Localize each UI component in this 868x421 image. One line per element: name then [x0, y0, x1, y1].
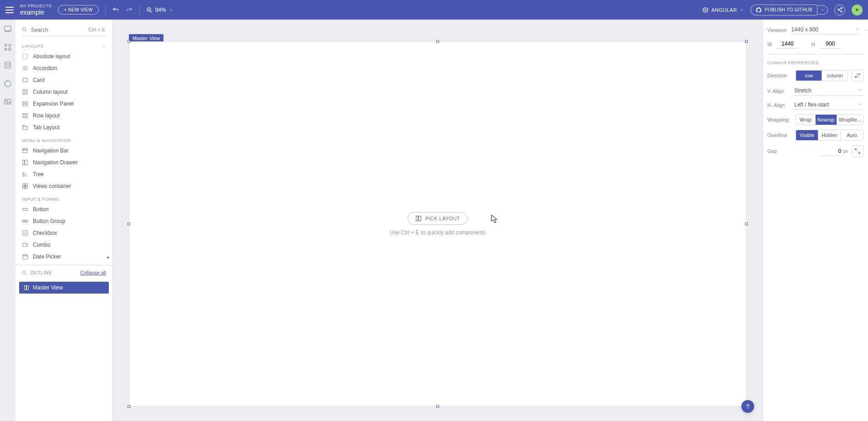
svg-rect-35 [23, 148, 28, 149]
viewport-label: Viewport [767, 27, 787, 33]
svg-rect-10 [5, 26, 11, 31]
svg-rect-50 [26, 220, 28, 223]
canvas-area[interactable]: Master View PICK LAYOUT Use Ctrl + E to … [113, 20, 762, 421]
publish-github-button[interactable]: PUBLISH TO GITHUB [751, 5, 817, 15]
overflow-auto-button[interactable]: Auto [841, 130, 863, 140]
svg-rect-28 [26, 90, 27, 95]
zoom-control[interactable]: 94% [146, 7, 174, 13]
valign-select[interactable] [793, 86, 863, 96]
resize-handle-bottom[interactable] [436, 405, 439, 408]
svg-rect-43 [23, 184, 25, 186]
artboard[interactable]: PICK LAYOUT Use Ctrl + E to quickly add … [129, 41, 746, 406]
components-list[interactable]: LAYOUTS Absolute layout Accordion Card C… [15, 39, 112, 262]
framework-label: ANGULAR [711, 7, 737, 13]
svg-point-20 [23, 28, 26, 31]
gap-input[interactable] [819, 147, 842, 156]
help-label: ? [746, 403, 750, 410]
play-icon [855, 7, 860, 12]
component-tree[interactable]: Tree [15, 168, 112, 180]
project-breadcrumb[interactable]: MY PROJECTS example [20, 4, 51, 15]
pick-layout-button[interactable]: PICK LAYOUT [408, 212, 468, 225]
wrapping-toggle: Wrap Nowrap WrapRe... [796, 114, 863, 125]
redo-icon[interactable] [126, 6, 133, 14]
wrap-button[interactable]: Wrap [796, 115, 815, 125]
component-absolute-layout[interactable]: Absolute layout [15, 51, 112, 62]
preview-play-button[interactable] [852, 5, 863, 15]
scroll-down-icon[interactable] [105, 255, 111, 260]
svg-rect-47 [23, 208, 28, 211]
component-navigation-bar[interactable]: Navigation Bar [15, 145, 112, 157]
component-card[interactable]: Card [15, 74, 112, 86]
halign-select[interactable] [793, 100, 863, 110]
undo-icon[interactable] [112, 6, 119, 14]
section-layouts-header[interactable]: LAYOUTS [15, 39, 112, 51]
svg-rect-22 [23, 54, 28, 59]
component-date-picker[interactable]: Date Picker [15, 251, 112, 262]
svg-rect-53 [23, 255, 28, 259]
more-options-icon[interactable]: ⋯ [864, 27, 868, 33]
resize-handle-tl[interactable] [128, 40, 130, 43]
share-icon [837, 7, 843, 13]
component-navigation-drawer[interactable]: Navigation Drawer [15, 157, 112, 168]
component-tab-layout[interactable]: Tab Layout [15, 122, 112, 133]
svg-rect-34 [23, 125, 25, 126]
svg-point-19 [6, 101, 7, 102]
search-icon [22, 270, 27, 275]
component-column-layout[interactable]: Column layout [15, 86, 112, 98]
section-input-header[interactable]: INPUT & FORMS [15, 192, 112, 203]
section-menu-header[interactable]: MENU & NAVIGATION [15, 133, 112, 145]
svg-rect-51 [23, 231, 28, 236]
menu-hamburger-icon[interactable] [5, 7, 14, 13]
height-input[interactable] [819, 39, 841, 49]
svg-line-1 [150, 10, 152, 12]
overflow-visible-button[interactable]: Visible [796, 130, 818, 140]
direction-label: Direction [767, 73, 792, 78]
component-checkbox[interactable]: Checkbox [15, 227, 112, 239]
rail-theme-icon[interactable] [4, 80, 12, 88]
gap-link-button[interactable] [852, 145, 863, 157]
wrapreverse-button[interactable]: WrapRe... [837, 115, 863, 125]
chevron-up-icon [102, 44, 106, 49]
rail-data-icon[interactable] [4, 61, 12, 70]
component-expansion-panel[interactable]: Expansion Panel [15, 98, 112, 110]
direction-row-button[interactable]: row [796, 71, 822, 81]
new-view-button[interactable]: + NEW VIEW [58, 5, 98, 15]
tree-item-master-view[interactable]: Master View [19, 282, 109, 294]
component-views-container[interactable]: Views container [15, 180, 112, 192]
framework-select[interactable]: ANGULAR [702, 7, 744, 13]
component-button[interactable]: Button [15, 203, 112, 215]
direction-column-button[interactable]: column [822, 71, 848, 81]
outline-header: OUTLINE Collapse all [15, 265, 112, 280]
svg-rect-31 [23, 113, 28, 115]
zoom-value: 94% [155, 7, 166, 13]
resize-handle-right[interactable] [745, 223, 748, 225]
project-name: example [20, 9, 51, 16]
gap-label: Gap [767, 148, 792, 154]
rail-assets-icon[interactable] [4, 98, 12, 106]
section-title-text: INPUT & FORMS [22, 197, 59, 202]
rail-layers-icon[interactable] [4, 25, 12, 33]
swap-direction-button[interactable] [852, 70, 863, 81]
resize-handle-tr[interactable] [745, 40, 748, 43]
publish-dropdown-button[interactable] [817, 5, 828, 15]
collapse-all-link[interactable]: Collapse all [80, 270, 106, 275]
svg-rect-33 [23, 127, 28, 130]
nowrap-button[interactable]: Nowrap [815, 115, 837, 125]
rail-components-icon[interactable] [4, 43, 12, 51]
share-button[interactable] [834, 5, 845, 15]
svg-line-7 [839, 9, 841, 10]
component-accordion[interactable]: Accordion [15, 62, 112, 74]
width-input[interactable] [776, 39, 798, 49]
resize-handle-left[interactable] [128, 223, 130, 225]
overflow-hidden-button[interactable]: Hidden [818, 130, 840, 140]
resize-handle-bl[interactable] [128, 405, 130, 408]
svg-point-4 [841, 7, 842, 9]
help-fab[interactable]: ? [741, 400, 754, 413]
component-button-group[interactable]: Button Group [15, 215, 112, 227]
resize-handle-top[interactable] [436, 40, 439, 43]
viewport-select[interactable] [791, 25, 861, 35]
width-label: W [767, 41, 772, 47]
chevron-down-icon [740, 8, 744, 12]
component-combo[interactable]: Combo [15, 239, 112, 251]
component-row-layout[interactable]: Row layout [15, 110, 112, 122]
